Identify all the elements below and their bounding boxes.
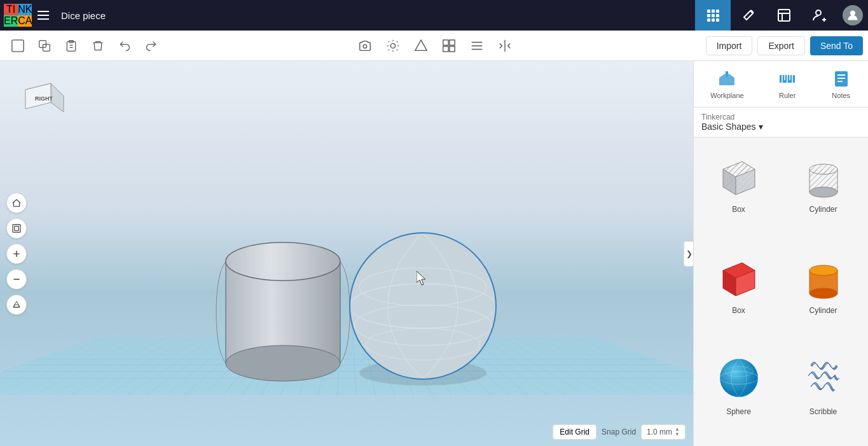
view-tools (165, 34, 705, 57)
shape-item-box-gray[interactable]: Box (701, 145, 776, 236)
svg-rect-0 (778, 10, 790, 21)
group-button[interactable] (436, 34, 462, 57)
download-button[interactable] (766, 0, 802, 31)
shape-label-box-red: Box (732, 306, 745, 315)
camera-view-button[interactable] (352, 34, 378, 57)
tinkercad-logo: TI NK ER CA (4, 4, 27, 27)
ruler-panel-button[interactable]: Ruler (769, 66, 805, 102)
workplane-panel-icon (717, 69, 737, 89)
top-nav: TI NK ER CA Dice piece (0, 0, 868, 31)
user-avatar (843, 5, 863, 25)
delete-icon (92, 39, 104, 52)
shape-item-sphere-blue[interactable]: Sphere (701, 347, 776, 438)
grid-icon (707, 10, 719, 22)
add-user-button[interactable] (802, 0, 837, 31)
hammer-icon (741, 8, 756, 23)
perspective-button[interactable] (6, 295, 27, 315)
3d-viewport[interactable]: RIGHT (0, 61, 693, 446)
copy-icon (38, 39, 51, 52)
notes-panel-icon (831, 69, 851, 89)
copy-button[interactable] (32, 34, 57, 57)
library-provider-label: Tinkercad (701, 113, 763, 122)
svg-text:RIGHT: RIGHT (35, 95, 53, 102)
camera-icon (358, 39, 372, 53)
right-panel: Workplane Ruler (693, 61, 868, 446)
align-icon (470, 39, 484, 53)
snap-arrows[interactable]: ▲ ▼ (675, 427, 680, 437)
shape-label-sphere-blue: Sphere (726, 407, 751, 416)
frame-button[interactable] (6, 218, 27, 239)
cylinder-orange-shape (798, 251, 849, 302)
svg-rect-19 (13, 225, 20, 232)
sphere-blue-shape (713, 352, 764, 403)
svg-point-8 (363, 45, 367, 48)
svg-rect-13 (443, 46, 448, 51)
svg-rect-42 (726, 71, 728, 74)
notes-panel-button[interactable]: Notes (823, 66, 859, 102)
zoom-in-button[interactable] (6, 244, 27, 264)
nav-right (695, 0, 868, 31)
collapse-panel-button[interactable]: ❯ (684, 241, 693, 267)
edit-grid-button[interactable]: Edit Grid (553, 424, 596, 440)
avatar-area[interactable] (837, 0, 868, 31)
svg-rect-14 (450, 46, 455, 51)
svg-rect-12 (450, 39, 455, 45)
delete-button[interactable] (85, 34, 111, 57)
category-selector[interactable]: Basic Shapes ▾ (701, 122, 763, 132)
mirror-button[interactable] (492, 34, 518, 57)
workplane-button[interactable] (5, 34, 31, 57)
shape-grid: Box Cylinder (694, 137, 868, 446)
shape-label-cylinder-orange: Cylinder (809, 306, 837, 315)
undo-button[interactable] (112, 34, 137, 57)
shape-item-cylinder-gray[interactable]: Cylinder (786, 145, 860, 236)
bottom-controls: Edit Grid Snap Grid 1.0 mm ▲ ▼ (553, 424, 685, 440)
zoom-out-button[interactable] (6, 269, 27, 289)
snap-value-box[interactable]: 1.0 mm ▲ ▼ (641, 424, 685, 440)
mirror-icon (498, 39, 512, 53)
import-button[interactable]: Import (706, 36, 753, 55)
paste-button[interactable] (59, 34, 84, 57)
svg-rect-20 (15, 226, 19, 230)
svg-rect-3 (12, 39, 24, 51)
toolbar: Import Export Send To (0, 31, 868, 61)
light-icon (386, 39, 400, 53)
dropdown-arrow: ▾ (759, 122, 763, 132)
svg-point-1 (816, 10, 821, 15)
ruler-panel-label: Ruler (779, 92, 796, 99)
shape-button[interactable] (408, 34, 434, 57)
shape-item-scribble[interactable]: Scribble (786, 347, 860, 438)
workplane-panel-button[interactable]: Workplane (703, 66, 751, 102)
svg-rect-11 (443, 39, 448, 45)
cylinder-gray-shape (798, 150, 849, 201)
shape-item-box-red[interactable]: Box (701, 246, 776, 337)
shape-label-cylinder-gray: Cylinder (809, 205, 837, 214)
paste-icon (65, 39, 78, 52)
shape-item-cylinder-orange[interactable]: Cylinder (786, 246, 860, 337)
svg-point-2 (850, 11, 855, 16)
export-button[interactable]: Export (757, 36, 804, 55)
redo-button[interactable] (139, 34, 164, 57)
snap-grid-label: Snap Grid (602, 428, 636, 436)
shape-label-box-gray: Box (732, 205, 745, 214)
box-download-icon (776, 8, 792, 23)
logo-area[interactable]: TI NK ER CA (0, 0, 31, 31)
sendto-button[interactable]: Send To (810, 36, 863, 55)
svg-point-96 (720, 359, 758, 397)
shape-library-header: Tinkercad Basic Shapes ▾ (694, 108, 868, 137)
menu-button[interactable] (31, 0, 56, 31)
box-red-shape (713, 251, 764, 302)
svg-rect-22 (15, 305, 19, 307)
align-button[interactable] (464, 34, 490, 57)
notes-panel-label: Notes (832, 92, 850, 99)
svg-marker-16 (51, 83, 64, 112)
group-icon (442, 39, 456, 53)
undo-icon (118, 39, 131, 52)
build-button[interactable] (731, 0, 766, 31)
light-button[interactable] (380, 34, 406, 57)
ruler-panel-icon (777, 69, 797, 89)
shape-label-scribble: Scribble (809, 407, 837, 416)
add-user-icon (812, 8, 827, 23)
home-view-button[interactable] (6, 193, 27, 213)
grid-view-button[interactable] (695, 0, 731, 31)
workplane-icon (11, 39, 25, 53)
